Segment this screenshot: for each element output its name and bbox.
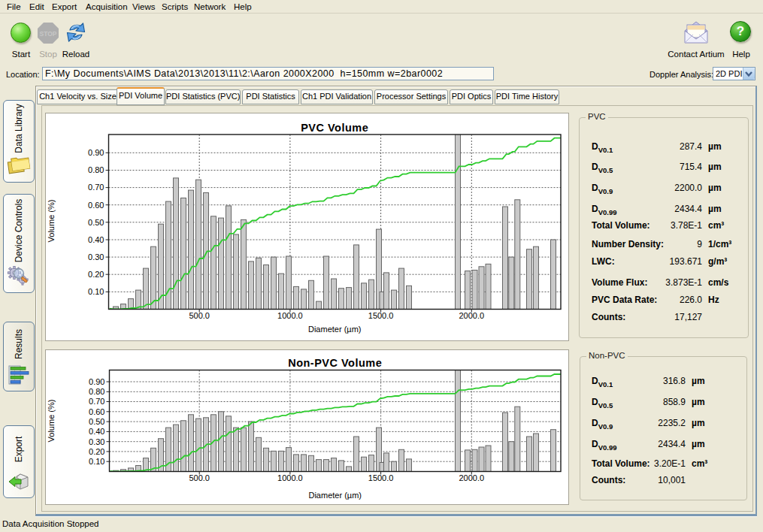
svg-text:0.10: 0.10 [88, 287, 104, 296]
svg-text:2000.0: 2000.0 [459, 473, 484, 482]
svg-text:0.30: 0.30 [89, 437, 104, 446]
svg-text:Non-PVC Volume: Non-PVC Volume [288, 357, 382, 369]
svg-text:0.30: 0.30 [88, 252, 104, 261]
svg-text:0.90: 0.90 [89, 377, 104, 386]
svg-text:0.80: 0.80 [88, 165, 104, 174]
svg-text:1000.0: 1000.0 [277, 311, 303, 320]
svg-text:Diameter (µm): Diameter (µm) [308, 491, 362, 500]
svg-text:Volume (%): Volume (%) [47, 400, 56, 443]
svg-text:0.40: 0.40 [88, 235, 104, 244]
svg-text:Diameter (µm): Diameter (µm) [308, 325, 362, 334]
svg-text:500.0: 500.0 [189, 473, 210, 482]
svg-text:0.10: 0.10 [89, 457, 104, 466]
svg-text:500.0: 500.0 [189, 311, 210, 320]
svg-text:0.60: 0.60 [89, 407, 104, 416]
svg-text:PVC Volume: PVC Volume [301, 122, 368, 134]
svg-text:1500.0: 1500.0 [368, 311, 394, 320]
svg-text:Volume (%): Volume (%) [47, 200, 56, 243]
svg-text:0.70: 0.70 [89, 397, 104, 406]
svg-text:2000.0: 2000.0 [459, 311, 484, 320]
svg-text:0.20: 0.20 [88, 270, 104, 279]
svg-text:0.20: 0.20 [89, 447, 104, 456]
svg-text:0.80: 0.80 [89, 387, 104, 396]
svg-text:0.70: 0.70 [88, 183, 104, 192]
svg-text:0.60: 0.60 [88, 201, 104, 210]
svg-text:0.90: 0.90 [88, 148, 104, 157]
svg-text:1000.0: 1000.0 [277, 473, 303, 482]
svg-text:0.40: 0.40 [89, 427, 104, 436]
svg-text:1500.0: 1500.0 [368, 473, 394, 482]
svg-text:0.50: 0.50 [88, 218, 104, 227]
svg-text:STOP: STOP [40, 30, 57, 38]
svg-text:0.50: 0.50 [89, 417, 104, 426]
